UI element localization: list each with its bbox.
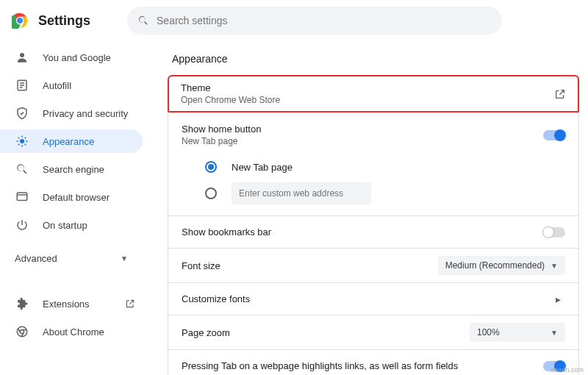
appearance-icon [15, 134, 29, 149]
sidebar-label: Default browser [43, 192, 110, 203]
bookmarks-label: Show bookmarks bar [182, 226, 543, 238]
watermark: wsxdn.com [551, 366, 584, 374]
customize-fonts-label: Customize fonts [182, 293, 551, 304]
font-size-select[interactable]: Medium (Recommended) ▼ [438, 256, 565, 275]
radio-label: New Tab page [232, 162, 293, 173]
power-icon [15, 218, 29, 232]
theme-label: Theme [181, 82, 554, 93]
search-input[interactable] [157, 15, 492, 26]
person-icon [15, 50, 29, 65]
bookmarks-toggle[interactable] [543, 227, 565, 238]
search-settings[interactable] [127, 7, 502, 35]
row-customize-fonts[interactable]: Customize fonts ▸ [168, 282, 578, 315]
home-button-toggle[interactable] [543, 130, 565, 140]
sidebar-label: Privacy and security [43, 108, 128, 119]
sidebar-label: Search engine [43, 164, 104, 175]
appearance-card: Theme Open Chrome Web Store Show home bu… [168, 75, 579, 375]
custom-url-input[interactable] [232, 182, 371, 204]
select-value: 100% [477, 327, 500, 338]
row-tab-highlight: Pressing Tab on a webpage highlights lin… [168, 349, 578, 375]
search-icon [137, 15, 149, 26]
font-size-label: Font size [182, 260, 438, 271]
sidebar-label: You and Google [43, 52, 111, 63]
sidebar-item-autofill[interactable]: Autofill [0, 74, 143, 97]
svg-point-5 [20, 139, 24, 143]
radio-icon [205, 188, 217, 199]
sidebar-item-default-browser[interactable]: Default browser [0, 185, 143, 209]
row-page-zoom: Page zoom 100% ▼ [168, 315, 578, 349]
external-link-icon [554, 88, 566, 100]
section-title: Appearance [172, 53, 579, 65]
external-link-icon [125, 299, 135, 309]
chrome-icon [15, 324, 29, 339]
chevron-down-icon: ▼ [551, 262, 558, 270]
page-zoom-label: Page zoom [182, 327, 470, 338]
theme-sub: Open Chrome Web Store [181, 95, 554, 105]
chevron-down-icon: ▼ [551, 329, 558, 337]
sidebar-item-on-startup[interactable]: On startup [0, 213, 143, 237]
advanced-label: Advanced [15, 253, 57, 264]
radio-new-tab[interactable]: New Tab page [205, 154, 578, 180]
sidebar-advanced[interactable]: Advanced ▼ [0, 243, 154, 274]
sidebar-item-privacy[interactable]: Privacy and security [0, 101, 143, 125]
search-icon [15, 162, 29, 176]
row-bookmarks-bar: Show bookmarks bar [168, 215, 578, 248]
content-area: Appearance Theme Open Chrome Web Store S… [154, 41, 588, 375]
sidebar-item-you-and-google[interactable]: You and Google [0, 46, 143, 69]
sidebar-item-appearance[interactable]: Appearance [0, 129, 143, 153]
svg-rect-6 [17, 193, 27, 201]
chrome-logo-icon [12, 12, 28, 29]
tab-highlight-label: Pressing Tab on a webpage highlights lin… [182, 360, 543, 371]
page-zoom-select[interactable]: 100% ▼ [470, 323, 565, 342]
autofill-icon [15, 78, 29, 93]
sidebar: You and Google Autofill Privacy and secu… [0, 41, 154, 375]
radio-custom-url[interactable] [205, 180, 578, 207]
sidebar-label: Autofill [43, 80, 71, 91]
sidebar-label: Appearance [43, 136, 94, 147]
browser-icon [15, 190, 29, 204]
sidebar-label: Extensions [43, 299, 90, 310]
sidebar-item-about-chrome[interactable]: About Chrome [0, 320, 143, 343]
row-font-size: Font size Medium (Recommended) ▼ [168, 248, 578, 282]
chevron-right-icon: ▸ [551, 293, 565, 305]
shield-icon [15, 106, 29, 121]
sidebar-label: On startup [43, 220, 87, 231]
home-button-label: Show home button [182, 124, 543, 135]
chevron-down-icon: ▼ [121, 254, 128, 262]
row-theme[interactable]: Theme Open Chrome Web Store [168, 75, 579, 113]
select-value: Medium (Recommended) [445, 260, 545, 271]
page-title: Settings [38, 13, 90, 29]
sidebar-item-search-engine[interactable]: Search engine [0, 157, 143, 181]
sidebar-item-extensions[interactable]: Extensions [0, 292, 143, 315]
extensions-icon [15, 296, 29, 311]
svg-point-3 [20, 53, 24, 57]
home-button-sub: New Tab page [182, 136, 543, 146]
radio-icon [205, 161, 217, 173]
sidebar-label: About Chrome [43, 326, 104, 338]
